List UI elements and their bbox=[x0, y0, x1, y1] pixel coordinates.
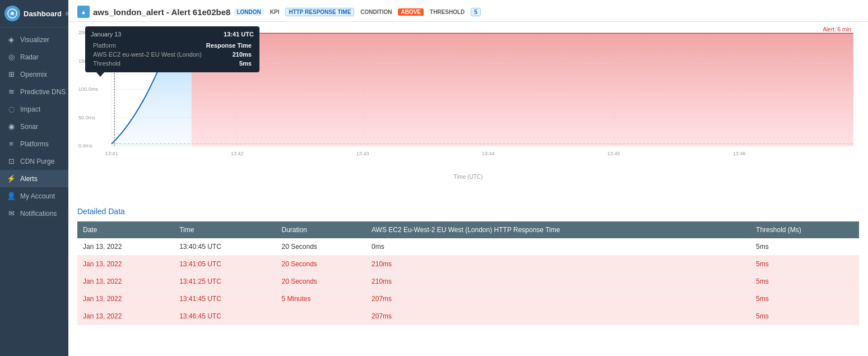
sidebar-icon-visualizer: ◈ bbox=[7, 35, 16, 44]
sidebar-item-cdn-purge[interactable]: ⊡CDN Purge bbox=[0, 152, 68, 170]
kpi-badge: HTTP RESPONSE TIME bbox=[285, 8, 354, 16]
cell-time: 13:46:45 UTC bbox=[174, 308, 276, 325]
cell-threshold: 5ms bbox=[750, 238, 859, 256]
table-row: Jan 13, 2022 13:46:45 UTC 207ms 5ms bbox=[77, 308, 859, 325]
sidebar-item-sonar[interactable]: ◉Sonar bbox=[0, 118, 68, 135]
svg-text:13:45: 13:45 bbox=[607, 151, 620, 157]
table-row: Jan 13, 2022 13:41:45 UTC 5 Minutes 207m… bbox=[77, 290, 859, 308]
sidebar-label-openmix: Openmix bbox=[20, 71, 47, 78]
sidebar-label-cdn-purge: CDN Purge bbox=[20, 158, 54, 165]
sidebar-label-impact: Impact bbox=[20, 105, 40, 113]
sidebar-icon-radar: ◎ bbox=[7, 53, 16, 61]
sidebar-icon-impact: ◌ bbox=[7, 105, 16, 113]
svg-text:100.0ms: 100.0ms bbox=[78, 86, 99, 92]
svg-text:13:43: 13:43 bbox=[356, 151, 369, 157]
sidebar: Dashboard ≡ ◈Visualizer◎Radar⊞Openmix≋Pr… bbox=[0, 0, 68, 356]
cell-threshold: 5ms bbox=[750, 308, 859, 325]
chart-container: Alert: 6 min January 13 13:41 UTC Platfo… bbox=[68, 22, 868, 201]
threshold-badge: 5 bbox=[471, 8, 481, 16]
sidebar-icon-sonar: ◉ bbox=[7, 122, 16, 131]
sidebar-label-alerts: Alerts bbox=[20, 175, 38, 183]
cell-threshold: 5ms bbox=[750, 273, 859, 290]
sidebar-item-predictive-dns[interactable]: ≋Predictive DNS bbox=[0, 83, 68, 100]
svg-text:0.0ms: 0.0ms bbox=[78, 143, 93, 149]
col-threshold: Threshold (Ms) bbox=[750, 221, 859, 238]
cell-time: 13:41:05 UTC bbox=[174, 256, 276, 273]
svg-text:50.0ms: 50.0ms bbox=[78, 115, 96, 121]
cell-time: 13:40:45 UTC bbox=[174, 238, 276, 256]
cell-duration bbox=[276, 308, 366, 325]
svg-point-1 bbox=[11, 12, 14, 15]
col-response: AWS EC2 Eu-West-2 EU West (London) HTTP … bbox=[366, 221, 750, 238]
cell-response: 210ms bbox=[366, 256, 750, 273]
alert-header: ▲ aws_london_alert - Alert 61e02be8 LOND… bbox=[68, 0, 868, 22]
svg-text:13:42: 13:42 bbox=[231, 151, 244, 157]
cell-date: Jan 13, 2022 bbox=[77, 308, 174, 325]
sidebar-label-radar: Radar bbox=[20, 53, 39, 61]
location-badge: LONDON bbox=[234, 8, 263, 16]
svg-text:150.0ms: 150.0ms bbox=[78, 58, 99, 64]
sidebar-header: Dashboard ≡ bbox=[0, 0, 68, 27]
cell-date: Jan 13, 2022 bbox=[77, 256, 174, 273]
sidebar-item-visualizer[interactable]: ◈Visualizer bbox=[0, 31, 68, 48]
condition-badge: ABOVE bbox=[398, 8, 424, 16]
cell-response: 207ms bbox=[366, 290, 750, 308]
sidebar-logo bbox=[4, 6, 20, 21]
cell-response: 207ms bbox=[366, 308, 750, 325]
sidebar-item-openmix[interactable]: ⊞Openmix bbox=[0, 66, 68, 83]
data-table: Date Time Duration AWS EC2 Eu-West-2 EU … bbox=[77, 221, 859, 325]
cell-response: 210ms bbox=[366, 273, 750, 290]
col-duration: Duration bbox=[276, 221, 366, 238]
sidebar-icon-cdn-purge: ⊡ bbox=[7, 157, 16, 165]
col-date: Date bbox=[77, 221, 174, 238]
detail-section: Detailed Data Date Time Duration AWS EC2… bbox=[68, 201, 868, 356]
table-row: Jan 13, 2022 13:40:45 UTC 20 Seconds 0ms… bbox=[77, 238, 859, 256]
cell-response: 0ms bbox=[366, 238, 750, 256]
cell-duration: 20 Seconds bbox=[276, 256, 366, 273]
sidebar-icon-notifications: ✉ bbox=[7, 209, 16, 218]
sidebar-label-platforms: Platforms bbox=[20, 140, 49, 148]
cell-threshold: 5ms bbox=[750, 290, 859, 308]
svg-text:13:46: 13:46 bbox=[733, 151, 746, 157]
svg-text:200.0ms: 200.0ms bbox=[78, 30, 99, 36]
cell-time: 13:41:25 UTC bbox=[174, 273, 276, 290]
svg-text:13:44: 13:44 bbox=[482, 151, 495, 157]
sidebar-icon-openmix: ⊞ bbox=[7, 70, 16, 78]
cell-duration: 5 Minutes bbox=[276, 290, 366, 308]
chart-svg: 200.0ms 150.0ms 100.0ms 50.0ms 0.0ms bbox=[77, 26, 859, 170]
cell-date: Jan 13, 2022 bbox=[77, 273, 174, 290]
sidebar-icon-platforms: ≡ bbox=[7, 140, 16, 148]
cell-date: Jan 13, 2022 bbox=[77, 290, 174, 308]
sidebar-item-alerts[interactable]: ⚡Alerts bbox=[0, 170, 68, 187]
table-row: Jan 13, 2022 13:41:25 UTC 20 Seconds 210… bbox=[77, 273, 859, 290]
sidebar-item-platforms[interactable]: ≡Platforms bbox=[0, 135, 68, 152]
table-header-row: Date Time Duration AWS EC2 Eu-West-2 EU … bbox=[77, 221, 859, 238]
col-time: Time bbox=[174, 221, 276, 238]
sidebar-item-my-account[interactable]: 👤My Account bbox=[0, 187, 68, 205]
sidebar-item-radar[interactable]: ◎Radar bbox=[0, 48, 68, 66]
sidebar-icon-predictive-dns: ≋ bbox=[7, 87, 16, 96]
cell-threshold: 5ms bbox=[750, 256, 859, 273]
threshold-label: THRESHOLD bbox=[427, 8, 467, 16]
detail-section-title: Detailed Data bbox=[77, 207, 859, 216]
table-header: Date Time Duration AWS EC2 Eu-West-2 EU … bbox=[77, 221, 859, 238]
sidebar-item-notifications[interactable]: ✉Notifications bbox=[0, 205, 68, 222]
sidebar-label-sonar: Sonar bbox=[20, 123, 38, 131]
chart-wrap: January 13 13:41 UTC PlatformResponse Ti… bbox=[77, 26, 859, 184]
kpi-label: KPI bbox=[267, 8, 282, 16]
chart-x-label: Time (UTC) bbox=[77, 174, 859, 180]
sidebar-label-predictive-dns: Predictive DNS bbox=[20, 88, 66, 96]
sidebar-label-notifications: Notifications bbox=[20, 210, 57, 218]
svg-text:13:41: 13:41 bbox=[105, 151, 118, 157]
cell-date: Jan 13, 2022 bbox=[77, 238, 174, 256]
sidebar-icon-my-account: 👤 bbox=[7, 192, 16, 200]
cell-time: 13:41:45 UTC bbox=[174, 290, 276, 308]
sidebar-title: Dashboard bbox=[24, 10, 62, 18]
main-content: ▲ aws_london_alert - Alert 61e02be8 LOND… bbox=[68, 0, 868, 356]
alert-icon: ▲ bbox=[77, 6, 90, 18]
sidebar-label-my-account: My Account bbox=[20, 192, 55, 200]
sidebar-item-impact[interactable]: ◌Impact bbox=[0, 100, 68, 118]
sidebar-icon-alerts: ⚡ bbox=[7, 174, 16, 183]
svg-point-27 bbox=[113, 32, 116, 35]
sidebar-nav: ◈Visualizer◎Radar⊞Openmix≋Predictive DNS… bbox=[0, 27, 68, 356]
